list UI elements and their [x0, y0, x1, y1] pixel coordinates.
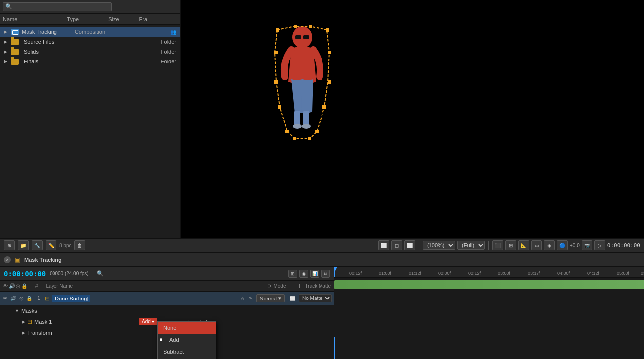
- zoom-select[interactable]: (100%): [423, 241, 455, 250]
- timeline-menu-icon[interactable]: ≡: [68, 257, 71, 263]
- masks-expand-arrow[interactable]: ▼: [15, 308, 19, 313]
- tl-btn-motion-blur[interactable]: ≋: [321, 270, 330, 278]
- toggle-safe[interactable]: ▭: [531, 240, 542, 250]
- svg-rect-14: [315, 130, 319, 133]
- project-search-input[interactable]: 🔍: [3, 2, 112, 11]
- folder-icon-solids: [11, 49, 19, 55]
- svg-rect-15: [308, 137, 311, 140]
- project-item-solids[interactable]: ▶ Solids Folder: [0, 47, 180, 57]
- mask1-expand-arrow[interactable]: ▶: [22, 319, 25, 324]
- offset-display: +0.0: [570, 243, 580, 248]
- visibility-toggle[interactable]: 👁: [2, 295, 9, 302]
- timeline-comp-icon: ▣: [15, 256, 20, 263]
- masks-row[interactable]: ▼ Masks: [0, 305, 334, 316]
- fps-label: 00000 (24.00 fps): [50, 271, 88, 276]
- search-icon[interactable]: 🔍: [97, 270, 104, 277]
- toolbar-btn-trash[interactable]: 🗑: [74, 240, 85, 250]
- quality-select[interactable]: (Full): [457, 241, 485, 250]
- dropdown-item-add[interactable]: Add: [158, 334, 216, 346]
- fit-screen-btn[interactable]: ⬜: [378, 240, 389, 250]
- toggle-grid[interactable]: ⊞: [505, 240, 516, 250]
- layer-number: 1: [35, 296, 43, 301]
- toggle-3d[interactable]: ◈: [544, 240, 555, 250]
- layer-right-controls: ⎌ ✎: [239, 295, 254, 302]
- track-matte-controls: ⬜ No Matte: [289, 294, 332, 302]
- audio-toggle[interactable]: 🔊: [10, 295, 17, 302]
- item-name-mask-tracking: Mask Tracking: [22, 29, 57, 35]
- solo-toggle[interactable]: ◎: [18, 295, 25, 302]
- toolbar-sep-1: [90, 241, 90, 250]
- tl-btn-solo[interactable]: ◉: [299, 270, 308, 278]
- mask-view-btn[interactable]: ◻: [391, 240, 402, 250]
- mode-chevron-icon: ▾: [278, 295, 281, 301]
- ruler-tick-04-00f: 04:00f: [557, 271, 570, 276]
- svg-rect-10: [326, 28, 329, 32]
- item-name-source-files: Source Files: [24, 39, 54, 45]
- mask-mode-arrow: ▾: [152, 319, 154, 324]
- item-type-finals: Folder: [161, 59, 176, 64]
- toggle-transparency[interactable]: ⬛: [492, 240, 503, 250]
- col-hash: #: [35, 283, 38, 289]
- mask-1-label: Mask 1: [34, 319, 52, 325]
- svg-rect-20: [274, 51, 278, 54]
- col-mode-icons: ⚙ Mode T Track Matte: [267, 283, 331, 289]
- svg-rect-19: [274, 80, 278, 84]
- toolbar-btn-3[interactable]: 🔧: [32, 240, 43, 250]
- dropdown-item-none[interactable]: None: [158, 322, 216, 334]
- layer-track-bar[interactable]: [334, 280, 644, 289]
- layer-switch-1[interactable]: ⎌: [239, 295, 246, 302]
- alpha-btn[interactable]: ⬜: [404, 240, 415, 250]
- ruler-tick-03-12f: 03:12f: [528, 271, 540, 276]
- camera-btn[interactable]: 📷: [582, 240, 592, 250]
- ruler-tick-05-1: 05:1: [641, 271, 644, 276]
- mask1-track-row: [334, 337, 644, 348]
- expand-arrow-icon: ▶: [4, 29, 8, 34]
- project-item-source-files[interactable]: ▶ Source Files Folder: [0, 37, 180, 47]
- lock-toggle[interactable]: 🔒: [26, 295, 33, 302]
- tl-btn-graph[interactable]: 📊: [310, 270, 319, 278]
- transform-expand-arrow[interactable]: ▶: [22, 330, 25, 335]
- expand-arrow-icon: ▶: [4, 59, 8, 64]
- tl-btn-columns[interactable]: ⊞: [288, 270, 297, 278]
- layer-name-display[interactable]: [Dune Surfing]: [52, 295, 90, 302]
- svg-rect-1: [295, 35, 301, 39]
- solo-icon: ◎: [16, 283, 20, 289]
- item-name-solids: Solids: [24, 49, 39, 55]
- ruler-tick-01-12f: 01:12f: [409, 271, 421, 276]
- project-panel: 🔍 Name Type Size Fra ▶ Mask Tracking Com…: [0, 0, 181, 238]
- timeline-header-bar: × ▣ Mask Tracking ≡: [0, 253, 644, 267]
- toggle-snap[interactable]: 🔵: [557, 240, 568, 250]
- normal-mode-btn[interactable]: Normal ▾: [256, 294, 285, 302]
- track-matte-select[interactable]: No Matte: [299, 294, 332, 302]
- project-item-mask-tracking[interactable]: ▶ Mask Tracking Composition 👥: [0, 27, 180, 37]
- lock-icon: 🔒: [21, 283, 27, 289]
- transform-label: Transform: [27, 330, 52, 336]
- playhead-track-line: [334, 337, 335, 348]
- eye-icon: 👁: [3, 283, 8, 289]
- svg-rect-17: [285, 130, 289, 133]
- sep2: [419, 241, 419, 250]
- dropdown-item-subtract[interactable]: Subtract: [158, 346, 216, 358]
- masks-label: Masks: [21, 308, 37, 314]
- layers-area: 0:00:00:00 00000 (24.00 fps) 🔍 ⊞ ◉ 📊 ≋ 👁…: [0, 267, 644, 359]
- col-mode: Mode: [273, 283, 286, 289]
- track-matte-icon[interactable]: ⬜: [289, 295, 296, 302]
- bpc-label: 8 bpc: [59, 243, 71, 248]
- timeline-close-btn[interactable]: ×: [4, 256, 11, 263]
- toolbar-btn-2[interactable]: 📁: [18, 240, 29, 250]
- preview-controls: ⬜ ◻ ⬜ (100%) (Full) ⬛ ⊞ 📐 ▭ ◈ 🔵 +0.0 📷 ▷…: [378, 240, 640, 250]
- col-switches: ⚙: [267, 283, 271, 289]
- playhead-marker: [334, 267, 337, 272]
- comp-icon: [11, 29, 19, 35]
- audio-icon: 🔊: [9, 283, 15, 289]
- project-item-finals[interactable]: ▶ Finals Folder: [0, 57, 180, 66]
- layer-switch-2[interactable]: ✎: [247, 295, 254, 302]
- viewer-toolbar: ⊕ 📁 🔧 ✏️ 8 bpc 🗑 ⬜ ◻ ⬜ (100%) (Full) ⬛ ⊞…: [0, 238, 644, 253]
- toggle-rulers[interactable]: 📐: [518, 240, 529, 250]
- play-btn[interactable]: ▷: [594, 240, 605, 250]
- add-label: Add: [169, 337, 179, 343]
- layer-row-1[interactable]: 👁 🔊 ◎ 🔒 1 ⊟ [Dune Surfing] ⎌ ✎ Normal ▾: [0, 292, 334, 305]
- mask-mode-add-btn[interactable]: Add ▾: [139, 318, 157, 325]
- toolbar-btn-1[interactable]: ⊕: [4, 240, 15, 250]
- toolbar-btn-4[interactable]: ✏️: [46, 240, 56, 250]
